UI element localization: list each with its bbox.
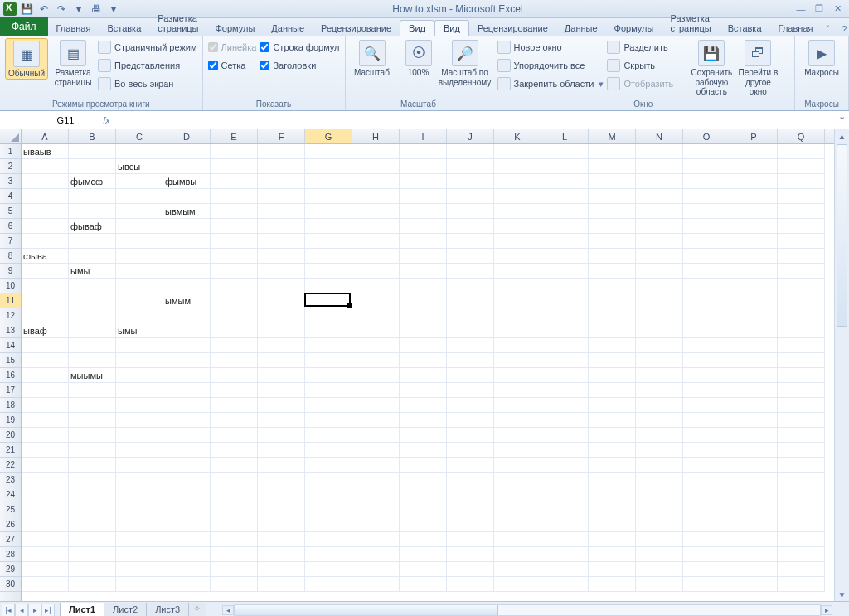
row-header-7[interactable]: 7 <box>0 234 21 249</box>
cell-L19[interactable] <box>541 413 589 428</box>
cell-N26[interactable] <box>636 517 683 532</box>
row-header-27[interactable]: 27 <box>0 532 21 547</box>
col-header-D[interactable]: D <box>163 129 211 143</box>
cell-G3[interactable] <box>305 174 352 189</box>
cell-I11[interactable] <box>400 293 447 308</box>
cell-H14[interactable] <box>352 338 400 353</box>
row-header-8[interactable]: 8 <box>0 249 21 264</box>
cell-G30[interactable] <box>305 577 352 592</box>
tab-Вставка[interactable]: Вставка <box>720 21 770 36</box>
cell-M24[interactable] <box>589 487 636 502</box>
cell-G21[interactable] <box>305 443 352 458</box>
cell-G19[interactable] <box>305 413 352 428</box>
cell-I27[interactable] <box>400 532 447 547</box>
col-header-I[interactable]: I <box>400 129 447 143</box>
col-header-B[interactable]: B <box>69 129 116 143</box>
tab-Вид[interactable]: Вид <box>400 20 434 36</box>
tab-Формулы[interactable]: Формулы <box>606 21 662 36</box>
cell-P8[interactable] <box>730 249 778 264</box>
row-header-6[interactable]: 6 <box>0 219 21 234</box>
cell-N21[interactable] <box>636 443 683 458</box>
cell-E27[interactable] <box>211 532 258 547</box>
cell-F28[interactable] <box>258 547 305 562</box>
cell-F21[interactable] <box>258 443 305 458</box>
scroll-left-button[interactable]: ◂ <box>222 605 234 615</box>
sheet-last-button[interactable]: ▸| <box>41 604 55 617</box>
cell-E9[interactable] <box>211 264 258 279</box>
cell-I22[interactable] <box>400 458 447 473</box>
switch-windows-button[interactable]: 🗗Перейти в другое окно <box>736 38 779 97</box>
cell-K9[interactable] <box>494 264 541 279</box>
horizontal-scrollbar[interactable]: ◂ ▸ <box>234 604 821 616</box>
cell-C17[interactable] <box>116 383 163 398</box>
cell-I19[interactable] <box>400 413 447 428</box>
cell-L15[interactable] <box>541 353 589 368</box>
row-header-17[interactable]: 17 <box>0 383 21 398</box>
cell-Q14[interactable] <box>778 338 825 353</box>
cell-G7[interactable] <box>305 234 352 249</box>
cell-J23[interactable] <box>447 473 494 487</box>
cell-E29[interactable] <box>211 562 258 577</box>
cell-G11[interactable] <box>305 293 352 308</box>
cell-E8[interactable] <box>211 249 258 264</box>
cell-O3[interactable] <box>683 174 730 189</box>
cell-H9[interactable] <box>352 264 400 279</box>
cell-L1[interactable] <box>541 144 589 159</box>
cell-O24[interactable] <box>683 487 730 502</box>
cell-P12[interactable] <box>730 308 778 323</box>
cell-L16[interactable] <box>541 368 589 383</box>
col-header-P[interactable]: P <box>730 129 778 143</box>
cell-Q25[interactable] <box>778 502 825 517</box>
cell-M21[interactable] <box>589 443 636 458</box>
cell-H17[interactable] <box>352 383 400 398</box>
cell-N7[interactable] <box>636 234 683 249</box>
cell-C3[interactable] <box>116 174 163 189</box>
cell-J5[interactable] <box>447 204 494 219</box>
cell-P21[interactable] <box>730 443 778 458</box>
cell-K2[interactable] <box>494 159 541 174</box>
cell-P4[interactable] <box>730 189 778 204</box>
cell-M10[interactable] <box>589 279 636 293</box>
cell-C1[interactable] <box>116 144 163 159</box>
cell-P17[interactable] <box>730 383 778 398</box>
cell-C20[interactable] <box>116 428 163 443</box>
cell-O19[interactable] <box>683 413 730 428</box>
cell-O2[interactable] <box>683 159 730 174</box>
tab-file[interactable]: Файл <box>0 17 48 36</box>
cell-O23[interactable] <box>683 473 730 487</box>
cell-A22[interactable] <box>22 458 69 473</box>
cell-E15[interactable] <box>211 353 258 368</box>
cell-Q20[interactable] <box>778 428 825 443</box>
row-header-15[interactable]: 15 <box>0 353 21 368</box>
cell-E17[interactable] <box>211 383 258 398</box>
cell-Q3[interactable] <box>778 174 825 189</box>
cell-C13[interactable]: ымы <box>116 323 163 338</box>
cell-Q9[interactable] <box>778 264 825 279</box>
row-header-9[interactable]: 9 <box>0 264 21 279</box>
zoom-button[interactable]: 🔍Масштаб <box>351 38 394 78</box>
cell-N12[interactable] <box>636 308 683 323</box>
cell-N23[interactable] <box>636 473 683 487</box>
cell-L2[interactable] <box>541 159 589 174</box>
cell-C7[interactable] <box>116 234 163 249</box>
cell-N13[interactable] <box>636 323 683 338</box>
cell-D8[interactable] <box>163 249 211 264</box>
cell-A8[interactable]: фыва <box>22 249 69 264</box>
cell-M7[interactable] <box>589 234 636 249</box>
cell-N14[interactable] <box>636 338 683 353</box>
cell-D21[interactable] <box>163 443 211 458</box>
save-workspace-button[interactable]: 💾Сохранить рабочую область <box>690 38 733 97</box>
cell-O27[interactable] <box>683 532 730 547</box>
cell-D19[interactable] <box>163 413 211 428</box>
cell-K29[interactable] <box>494 562 541 577</box>
cell-F17[interactable] <box>258 383 305 398</box>
cell-M14[interactable] <box>589 338 636 353</box>
cell-J18[interactable] <box>447 398 494 413</box>
cell-L8[interactable] <box>541 249 589 264</box>
cell-F13[interactable] <box>258 323 305 338</box>
cell-E10[interactable] <box>211 279 258 293</box>
cell-L11[interactable] <box>541 293 589 308</box>
sheet-first-button[interactable]: |◂ <box>2 604 15 617</box>
normal-view-button[interactable]: ▦ Обычный <box>5 38 48 80</box>
cell-D13[interactable] <box>163 323 211 338</box>
